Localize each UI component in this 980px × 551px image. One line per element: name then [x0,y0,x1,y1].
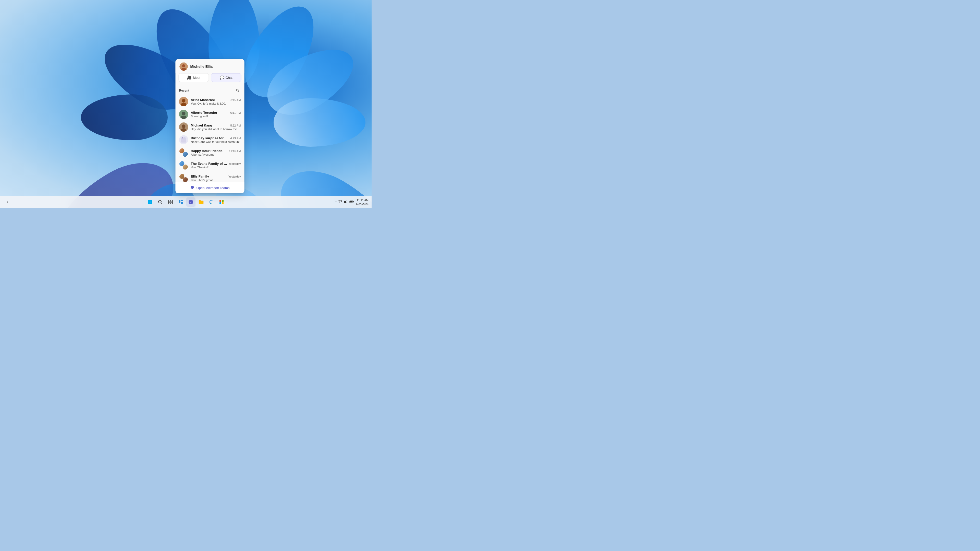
svg-rect-31 [181,200,183,201]
svg-rect-41 [353,201,354,202]
chat-time: 5:22 PM [231,124,241,127]
chat-time: Yesterday [228,162,241,165]
chat-preview: Sound good? [191,115,241,118]
tray-expand-button[interactable]: › [3,197,12,206]
widgets-button[interactable] [176,197,185,206]
chat-preview: You: OK, let's make it 3:00. [191,102,241,105]
avatar [179,161,188,170]
chat-name: Happy Hour Friends [191,149,223,153]
list-item[interactable]: Arina Maharani 8:45 AM You: OK, let's ma… [176,95,245,108]
svg-rect-30 [179,200,180,203]
chat-preview: Hey, did you still want to borrow the no… [191,127,241,130]
open-teams-label: Open Microsoft Teams [197,186,230,190]
avatar [179,110,188,119]
svg-rect-26 [169,200,170,202]
list-item[interactable]: Michael Kang 5:22 PM Hey, did you still … [176,121,245,133]
svg-rect-29 [171,202,172,204]
svg-rect-14 [181,138,186,142]
list-item[interactable]: The Evans Family of Supers Yesterday You… [176,159,245,171]
avatar [179,173,188,182]
chat-preview: You: That's great! [191,179,241,182]
volume-icon[interactable] [344,200,348,204]
svg-rect-37 [220,202,221,204]
chat-name: Michael Kang [191,124,212,127]
chat-content: The Evans Family of Supers Yesterday You… [191,162,241,169]
svg-text:T: T [190,201,192,204]
edge-button[interactable] [207,197,216,206]
popup-username: Michelle Ellis [190,65,213,68]
chat-name: The Evans Family of Supers [191,162,228,165]
popup-header: Michelle Ellis [176,59,245,73]
teams-chat-popup: Michelle Ellis 🎥 Meet 💬 Chat Recent [176,59,245,193]
store-button[interactable] [217,197,226,206]
recent-section-header: Recent [176,85,245,95]
task-view-button[interactable] [166,197,175,206]
chat-time: Yesterday [228,175,241,178]
chat-icon: 💬 [220,76,224,79]
list-item[interactable]: Ellis Family Yesterday You: That's great… [176,171,245,182]
taskbar: › [0,196,372,208]
chevron-icon[interactable]: ^ [335,201,337,203]
wifi-icon[interactable] [338,200,342,204]
chat-content: Alberto Tercedor 6:11 PM Sound good? [191,111,241,118]
search-button[interactable] [156,197,165,206]
recent-label: Recent [179,89,189,92]
chat-content: Happy Hour Friends 11:16 AM Alberto: Awe… [191,149,241,156]
svg-rect-20 [148,200,150,202]
svg-point-6 [182,99,186,103]
system-clock[interactable]: 11:11 AM 6/24/2021 [356,198,369,206]
video-icon: 🎥 [187,76,191,79]
chat-button[interactable]: 💬 Chat [211,73,242,82]
teams-icon: T [190,185,194,190]
chat-preview: Alberto: Awesome! [191,153,241,156]
svg-rect-35 [220,200,221,202]
system-tray: ^ [335,200,354,204]
svg-rect-32 [181,202,183,204]
chat-name: Arina Maharani [191,98,215,102]
system-date: 6/24/2021 [356,202,369,206]
popup-actions: 🎥 Meet 💬 Chat [176,73,245,85]
svg-rect-22 [148,202,150,204]
svg-point-1 [182,64,185,67]
desktop: Michelle Ellis 🎥 Meet 💬 Chat Recent [0,0,372,208]
chat-content: Michael Kang 5:22 PM Hey, did you still … [191,124,241,130]
chat-time: 4:23 PM [231,137,241,140]
svg-point-9 [182,112,186,115]
file-explorer-button[interactable] [197,197,206,206]
list-item[interactable]: Alberto Tercedor 6:11 PM Sound good? [176,108,245,121]
teams-taskbar-button[interactable]: T [186,197,196,206]
svg-rect-27 [171,200,172,202]
chat-preview: You: Thanks!!! [191,166,241,169]
open-teams-button[interactable]: T Open Microsoft Teams [176,182,245,193]
svg-rect-40 [350,201,353,203]
taskbar-left: › [3,197,12,206]
svg-rect-23 [150,202,152,204]
battery-icon[interactable] [349,200,354,204]
taskbar-right: ^ [335,198,369,206]
svg-point-12 [182,124,186,128]
svg-rect-28 [169,202,170,204]
list-item[interactable]: Birthday surprise for Mum 4:23 PM Noel: … [176,133,245,146]
chat-time: 6:11 PM [231,111,241,114]
avatar [179,122,188,132]
system-time: 11:11 AM [356,198,369,202]
avatar [180,62,188,71]
start-button[interactable] [145,197,155,206]
svg-point-3 [236,89,239,91]
avatar [179,148,188,157]
svg-rect-21 [150,200,152,202]
chat-content: Ellis Family Yesterday You: That's great… [191,175,241,182]
chat-time: 11:16 AM [229,149,241,152]
taskbar-center: T [145,197,226,206]
meet-button[interactable]: 🎥 Meet [179,73,209,82]
search-recent-button[interactable] [235,87,241,94]
svg-line-25 [161,203,162,204]
chat-name: Alberto Tercedor [191,111,218,114]
chat-name: Birthday surprise for Mum [191,136,229,140]
chat-list: Arina Maharani 8:45 AM You: OK, let's ma… [176,95,245,182]
chat-preview: Noel: Can't wait for our next catch up! [191,140,241,143]
list-item[interactable]: Happy Hour Friends 11:16 AM Alberto: Awe… [176,146,245,159]
chat-time: 8:45 AM [231,98,241,102]
svg-text:T: T [192,186,193,188]
chat-content: Arina Maharani 8:45 AM You: OK, let's ma… [191,98,241,105]
